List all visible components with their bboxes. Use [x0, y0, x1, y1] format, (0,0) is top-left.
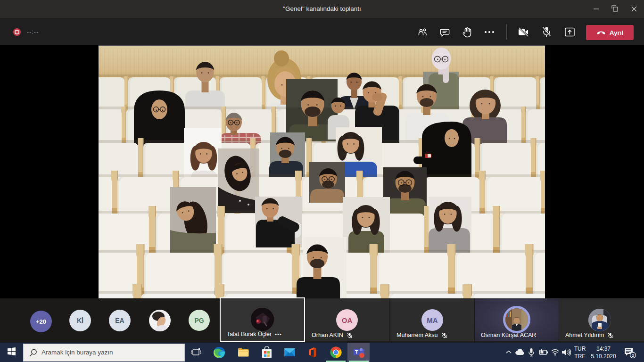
svg-text:2: 2	[632, 353, 634, 358]
